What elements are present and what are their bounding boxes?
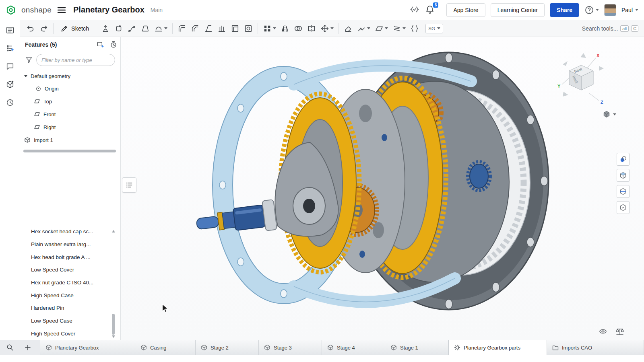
transform-icon[interactable] <box>318 22 336 35</box>
revolve-icon[interactable] <box>112 22 125 35</box>
onshape-logo-icon[interactable] <box>6 5 16 15</box>
plane-sheet-icon <box>34 111 40 117</box>
feature-list-rollup-handle[interactable] <box>122 177 136 193</box>
linear-pattern-icon[interactable] <box>261 22 278 35</box>
redo-button[interactable] <box>37 22 50 35</box>
tree-group-default-geometry[interactable]: Default geometry <box>24 70 117 82</box>
tab-stage-1[interactable]: Stage 1 <box>385 340 448 355</box>
tree-item-import-1[interactable]: Import 1 <box>24 134 113 146</box>
delete-part-icon[interactable] <box>342 22 355 35</box>
tab-stage-4[interactable]: Stage 4 <box>322 340 385 355</box>
thicken-icon[interactable] <box>152 22 169 35</box>
learning-center-button[interactable]: Learning Center <box>491 3 545 17</box>
help-menu[interactable] <box>584 5 599 15</box>
chevron-down-icon[interactable] <box>24 75 27 77</box>
comments-icon[interactable] <box>3 60 17 73</box>
appearance-icon[interactable] <box>617 153 630 166</box>
extrude-icon[interactable] <box>99 22 112 35</box>
loft-icon[interactable] <box>139 22 152 35</box>
tree-item-top[interactable]: Top <box>34 95 114 107</box>
plane-icon[interactable] <box>373 22 390 35</box>
share-button[interactable]: Share <box>550 3 579 17</box>
chevron-down-icon <box>273 27 276 29</box>
chevron-down-icon <box>367 27 370 29</box>
chevron-down-icon <box>164 27 167 29</box>
sketch-grid-toggle[interactable]: SG <box>425 24 443 33</box>
scroll-up-arrow[interactable] <box>112 230 115 232</box>
feature-filter-input[interactable] <box>36 54 115 66</box>
view-options-button[interactable] <box>603 110 616 118</box>
sweep-icon[interactable] <box>126 22 138 35</box>
measure-tools <box>598 327 625 336</box>
app-store-button[interactable]: App Store <box>446 3 485 17</box>
alt-keycap: alt <box>620 25 629 32</box>
horizontal-scrollbar[interactable] <box>23 150 116 152</box>
pencil-icon <box>60 25 68 33</box>
versions-icon[interactable] <box>409 5 420 15</box>
tab-casing[interactable]: Casing <box>135 340 196 355</box>
tab-planetary-gearbox[interactable]: Planetary Gearbox <box>40 340 135 355</box>
vertical-scrollbar-thumb[interactable] <box>112 314 115 335</box>
featurescript-icon[interactable] <box>408 22 421 35</box>
split-icon[interactable] <box>305 22 318 35</box>
rib-icon[interactable] <box>215 22 228 35</box>
document-title[interactable]: Planetary Gearbox <box>73 5 144 14</box>
user-avatar[interactable] <box>604 4 616 16</box>
list-item[interactable]: Plain washer extra larg... <box>20 238 121 251</box>
measure-icon[interactable] <box>615 327 625 336</box>
configurations-icon[interactable] <box>3 41 17 55</box>
user-menu[interactable]: Paul <box>621 7 638 13</box>
draft-icon[interactable] <box>202 22 215 35</box>
tab-stage-3[interactable]: Stage 3 <box>259 340 322 355</box>
history-icon[interactable] <box>3 96 17 109</box>
mirror-icon[interactable] <box>279 22 291 35</box>
capture-icon[interactable] <box>598 327 608 336</box>
chevron-down-icon <box>613 113 616 115</box>
undo-button[interactable] <box>24 22 37 35</box>
workspace-name[interactable]: Main <box>151 7 163 13</box>
shell-icon[interactable] <box>229 22 242 35</box>
folder-icon <box>552 344 559 351</box>
tree-item-origin[interactable]: Origin <box>35 82 116 95</box>
display-options-icon[interactable] <box>617 201 630 214</box>
search-tools[interactable]: Search tools... alt C <box>582 25 638 32</box>
hamburger-menu-icon[interactable] <box>57 5 66 15</box>
search-tabs-icon[interactable] <box>0 340 20 355</box>
list-item[interactable]: Low Speed Cover <box>20 263 121 276</box>
brand-wordmark: onshape <box>21 6 52 14</box>
list-item[interactable]: Hex head bolt grade A ... <box>20 251 121 263</box>
plane-sheet-icon <box>34 124 40 130</box>
fillet-icon[interactable] <box>175 22 188 35</box>
display-tools <box>617 153 630 214</box>
insert-document-icon[interactable] <box>97 41 105 49</box>
parts-cube-icon[interactable] <box>3 78 17 91</box>
tree-item-front[interactable]: Front <box>34 108 114 120</box>
list-item[interactable]: Hardened Pin <box>20 302 121 315</box>
face-tools-icon[interactable] <box>355 22 372 35</box>
helix-icon[interactable] <box>390 22 408 35</box>
rollback-icon[interactable] <box>109 41 118 49</box>
tree-item-right[interactable]: Right <box>34 121 114 133</box>
list-item[interactable]: High Speed Cover <box>20 327 121 340</box>
chevron-down-icon <box>385 27 388 29</box>
tab-stage-2[interactable]: Stage 2 <box>196 340 259 355</box>
hole-icon[interactable] <box>242 22 255 35</box>
chamfer-icon[interactable] <box>189 22 202 35</box>
tab-planetary-gearbox-parts[interactable]: Planetary Gearbox parts <box>448 340 547 355</box>
view-cube[interactable]: Back Back X Y Z <box>555 50 608 109</box>
sketch-button[interactable]: Sketch <box>56 22 93 35</box>
list-item[interactable]: Low Speed Case <box>20 315 121 327</box>
feature-list-icon[interactable] <box>3 23 17 37</box>
list-item[interactable]: Hex socket head cap sc... <box>20 225 121 238</box>
scroll-down-arrow[interactable] <box>112 335 115 338</box>
display-cube-icon[interactable] <box>617 169 630 182</box>
boolean-icon[interactable] <box>292 22 305 35</box>
origin-icon <box>35 86 41 92</box>
add-tab-button[interactable] <box>20 340 35 355</box>
list-item[interactable]: Hex nut grade C ISO 40... <box>20 276 121 289</box>
app-header: onshape Planetary Gearbox Main 6 App Sto… <box>0 0 644 20</box>
notifications-bell-icon[interactable]: 6 <box>425 5 436 15</box>
section-view-icon[interactable] <box>617 185 630 198</box>
list-item[interactable]: High Speed Case <box>20 289 121 302</box>
tab-imports-cao[interactable]: Imports CAO <box>547 340 644 355</box>
